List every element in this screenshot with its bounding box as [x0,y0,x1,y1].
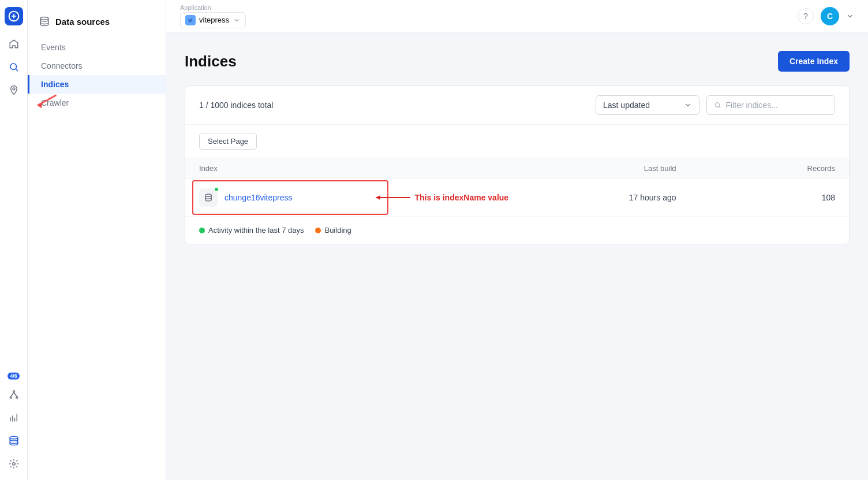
svg-marker-20 [376,195,380,200]
svg-point-3 [13,88,15,90]
annotation-text: This is indexName value [415,193,509,202]
header-controls: Last updated [596,95,835,115]
sidebar-header: Data sources [28,9,166,38]
legend-label-building: Building [324,226,351,235]
page-header: Indices Create Index [185,51,850,72]
svg-line-8 [14,392,17,397]
svg-point-18 [205,194,212,197]
index-card-header: 1 / 1000 indices total Last updated [185,86,849,125]
last-build-cell: 17 hours ago [517,193,676,202]
search-icon[interactable] [5,58,23,76]
legend-row: Activity within the last 7 days Building [185,217,849,244]
index-name[interactable]: chunge16vitepress [225,193,293,202]
sidebar: Data sources Events Connectors Indices C… [28,0,166,480]
svg-point-16 [715,103,719,107]
svg-point-1 [10,64,17,70]
svg-line-7 [10,392,13,397]
datasources-sidebar-icon [39,16,50,27]
avatar[interactable]: C [821,7,839,25]
user-menu-chevron-icon[interactable] [846,12,854,20]
legend-item-building: Building [315,226,351,235]
chevron-down-icon [233,16,241,24]
topbar: Application vi vitepress ? C [166,0,868,32]
usage-badge[interactable]: 4/6 [8,373,20,379]
sidebar-item-events[interactable]: Events [28,38,166,57]
settings-icon[interactable] [5,455,23,473]
sidebar-title: Data sources [55,17,110,27]
app-selector-button[interactable]: vi vitepress [180,12,246,28]
help-button[interactable]: ? [798,8,814,24]
sort-select[interactable]: Last updated [596,95,699,115]
records-cell: 108 [676,193,836,202]
filter-search-icon [714,101,721,109]
sidebar-nav: Events Connectors Indices Crawler [28,38,166,112]
usage-badge-wrapper: 4/6 [8,373,20,381]
legend-item-activity: Activity within the last 7 days [199,226,304,235]
indices-count: 1 / 1000 indices total [199,101,273,110]
home-icon[interactable] [5,35,23,53]
col-records: Records [676,164,836,173]
legend-dot-orange [315,228,321,233]
svg-point-13 [10,437,18,440]
select-page-button[interactable]: Select Page [199,133,257,150]
col-last-build: Last build [517,164,676,173]
table-body: chunge16vitepress This is indexName valu… [185,179,849,244]
create-index-button[interactable]: Create Index [778,51,850,72]
app-name: vitepress [199,16,229,24]
page-title: Indices [185,53,237,70]
select-page-row: Select Page [185,125,849,158]
filter-input-wrapper [706,95,835,115]
sort-chevron-icon [684,101,692,109]
datasources-icon[interactable] [5,431,23,450]
annotation-wrapper: This is indexName value [364,192,509,203]
legend-label-activity: Activity within the last 7 days [208,226,304,235]
annotation-arrow-svg [364,192,410,203]
col-empty [358,164,518,173]
sidebar-item-connectors[interactable]: Connectors [28,57,166,75]
icon-rail: 4/6 [0,0,28,480]
main-content: Application vi vitepress ? C [166,0,868,480]
index-cell: chunge16vitepress [199,188,358,207]
index-icon-wrapper [199,188,218,207]
app-logo [5,7,23,25]
svg-line-17 [719,106,720,107]
table-row: chunge16vitepress This is indexName valu… [185,179,849,217]
sidebar-item-crawler[interactable]: Crawler [28,94,166,112]
index-db-icon [203,192,214,203]
index-card: 1 / 1000 indices total Last updated [185,85,850,244]
analytics-icon[interactable] [5,408,23,427]
sort-label: Last updated [603,101,650,110]
integrations-icon[interactable] [5,385,23,404]
app-icon-dot: vi [185,15,196,25]
svg-point-15 [40,17,48,20]
col-index: Index [199,164,358,173]
table-header: Index Last build Records [185,158,849,179]
pin-icon[interactable] [5,81,23,99]
legend-dot-green [199,228,205,233]
app-selector: Application vi vitepress [180,4,246,28]
status-dot-active [214,187,219,192]
sidebar-item-indices[interactable]: Indices [28,75,166,94]
topbar-right: ? C [798,7,854,25]
svg-line-2 [16,69,17,70]
app-label: Application [180,4,246,11]
content-area: Indices Create Index 1 / 1000 indices to… [166,32,868,480]
svg-point-14 [12,463,15,466]
filter-indices-input[interactable] [726,101,828,110]
